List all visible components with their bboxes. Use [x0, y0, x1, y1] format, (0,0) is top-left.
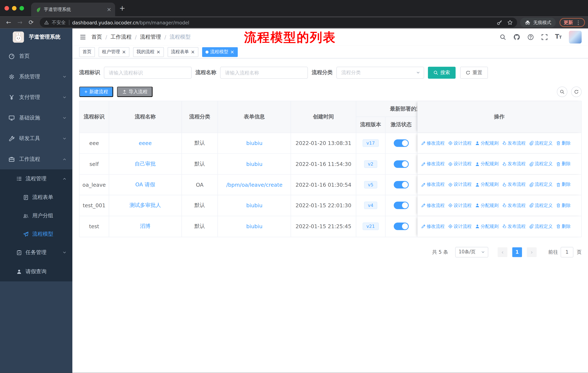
goto-page-input[interactable]: [561, 247, 573, 258]
tag-home[interactable]: 首页: [79, 47, 95, 57]
row-action-definition[interactable]: 流程定义: [529, 161, 553, 167]
next-page-button[interactable]: ›: [527, 247, 537, 257]
help-button[interactable]: [525, 31, 536, 43]
close-icon[interactable]: ×: [122, 50, 126, 54]
browser-menu-icon[interactable]: ⋮: [576, 20, 581, 26]
row-action-definition[interactable]: 流程定义: [529, 223, 553, 230]
form-link[interactable]: /bpm/oa/leave/create: [226, 182, 282, 188]
form-link[interactable]: biubiu: [246, 140, 262, 146]
sidebar-item-task-management[interactable]: 任务管理: [0, 243, 72, 262]
row-action-design[interactable]: 设计流程: [448, 140, 472, 146]
sidebar-item-workflow[interactable]: 工作流程: [0, 149, 72, 169]
breadcrumb-workflow[interactable]: 工作流程: [110, 34, 131, 40]
password-key-icon[interactable]: [497, 20, 502, 25]
process-name-input[interactable]: [220, 67, 308, 79]
forward-button[interactable]: →: [14, 17, 26, 28]
row-action-assign[interactable]: 分配规则: [475, 223, 499, 230]
process-name-link[interactable]: 测试多审批人: [129, 202, 161, 209]
row-action-definition[interactable]: 流程定义: [529, 202, 553, 209]
close-icon[interactable]: ×: [156, 50, 160, 54]
font-size-button[interactable]: TT: [553, 31, 564, 43]
row-action-publish[interactable]: 发布流程: [502, 181, 526, 188]
breadcrumb-process-management[interactable]: 流程管理: [140, 34, 161, 40]
active-toggle[interactable]: [394, 223, 409, 230]
window-minimize-button[interactable]: [12, 6, 17, 10]
address-bar[interactable]: 不安全 dashboard.yudao.iocoder.cn/bpm/manag…: [40, 18, 517, 27]
active-toggle[interactable]: [394, 160, 409, 168]
row-action-design[interactable]: 设计流程: [448, 202, 472, 209]
row-action-edit[interactable]: 修改流程: [421, 181, 445, 188]
header-search-button[interactable]: [497, 31, 509, 43]
reset-button[interactable]: 重置: [460, 67, 488, 79]
sidebar-item-user-group[interactable]: 用户分组: [0, 207, 72, 225]
process-name-link[interactable]: OA 请假: [135, 181, 155, 188]
user-avatar[interactable]: [569, 31, 582, 43]
sidebar-item-process-management[interactable]: 流程管理: [0, 169, 72, 188]
tag-tenant-management[interactable]: 租户管理×: [99, 47, 129, 57]
process-name-link[interactable]: 自己审批: [135, 161, 156, 167]
process-key-input[interactable]: [104, 67, 192, 79]
reload-button[interactable]: ⟳: [26, 17, 37, 28]
form-link[interactable]: biubiu: [246, 202, 262, 209]
row-action-edit[interactable]: 修改流程: [421, 161, 445, 167]
form-link[interactable]: biubiu: [246, 161, 262, 167]
create-process-button[interactable]: + 新建流程: [79, 87, 113, 97]
process-name-link[interactable]: 滔博: [140, 223, 151, 230]
browser-tab[interactable]: 芋道管理系统 ×: [31, 2, 115, 16]
refresh-table-button[interactable]: [571, 87, 582, 97]
sidebar-collapse-button[interactable]: [72, 34, 92, 40]
row-action-design[interactable]: 设计流程: [448, 161, 472, 167]
back-button[interactable]: ←: [3, 17, 14, 28]
tab-close-icon[interactable]: ×: [107, 7, 111, 12]
row-action-delete[interactable]: 删除: [556, 161, 570, 167]
row-action-delete[interactable]: 删除: [556, 223, 570, 230]
row-action-publish[interactable]: 发布流程: [502, 223, 526, 230]
row-action-delete[interactable]: 删除: [556, 181, 570, 188]
row-action-delete[interactable]: 删除: [556, 140, 570, 146]
sidebar-item-devtools[interactable]: 研发工具: [0, 128, 72, 149]
row-action-edit[interactable]: 修改流程: [421, 223, 445, 230]
row-action-assign[interactable]: 分配规则: [475, 140, 499, 146]
category-select[interactable]: 流程分类: [336, 67, 424, 79]
prev-page-button[interactable]: ‹: [498, 247, 507, 257]
page-size-select[interactable]: 10条/页: [455, 247, 488, 258]
active-toggle[interactable]: [394, 140, 409, 147]
window-zoom-button[interactable]: [20, 6, 24, 10]
window-close-button[interactable]: [5, 6, 9, 10]
row-action-edit[interactable]: 修改流程: [421, 202, 445, 209]
row-action-definition[interactable]: 流程定义: [529, 181, 553, 188]
active-toggle[interactable]: [394, 181, 409, 189]
page-1-button[interactable]: 1: [512, 247, 522, 257]
close-icon[interactable]: ×: [230, 50, 234, 54]
tag-process-model[interactable]: 流程模型×: [202, 47, 238, 57]
row-action-publish[interactable]: 发布流程: [502, 161, 526, 167]
tag-process-form[interactable]: 流程表单×: [168, 47, 198, 57]
sidebar-item-leave-query[interactable]: 请假查询: [0, 262, 72, 281]
active-toggle[interactable]: [394, 202, 409, 209]
process-name-link[interactable]: eeee: [139, 140, 152, 146]
row-action-publish[interactable]: 发布流程: [502, 140, 526, 146]
sidebar-item-process-model[interactable]: 流程模型: [0, 225, 72, 243]
row-action-assign[interactable]: 分配规则: [475, 181, 499, 188]
bookmark-star-icon[interactable]: [507, 20, 513, 25]
fullscreen-button[interactable]: [539, 31, 550, 43]
row-action-design[interactable]: 设计流程: [448, 223, 472, 230]
sidebar-item-payment[interactable]: 支付管理: [0, 87, 72, 107]
row-action-design[interactable]: 设计流程: [448, 181, 472, 188]
new-tab-button[interactable]: +: [119, 4, 125, 12]
toggle-search-button[interactable]: [557, 87, 567, 97]
search-button[interactable]: 搜索: [428, 67, 455, 79]
row-action-assign[interactable]: 分配规则: [475, 202, 499, 209]
row-action-assign[interactable]: 分配规则: [475, 161, 499, 167]
row-action-definition[interactable]: 流程定义: [529, 140, 553, 146]
row-action-publish[interactable]: 发布流程: [502, 202, 526, 209]
browser-update-button[interactable]: 更新 ⋮: [560, 18, 585, 27]
close-icon[interactable]: ×: [191, 50, 195, 54]
sidebar-item-home[interactable]: 首页: [0, 46, 72, 66]
row-action-delete[interactable]: 删除: [556, 202, 570, 209]
sidebar-item-process-form[interactable]: 流程表单: [0, 188, 72, 207]
import-process-button[interactable]: 导入流程: [117, 87, 153, 97]
github-button[interactable]: [511, 31, 522, 43]
sidebar-item-infrastructure[interactable]: 基础设施: [0, 107, 72, 128]
sidebar-item-system[interactable]: 系统管理: [0, 66, 72, 87]
